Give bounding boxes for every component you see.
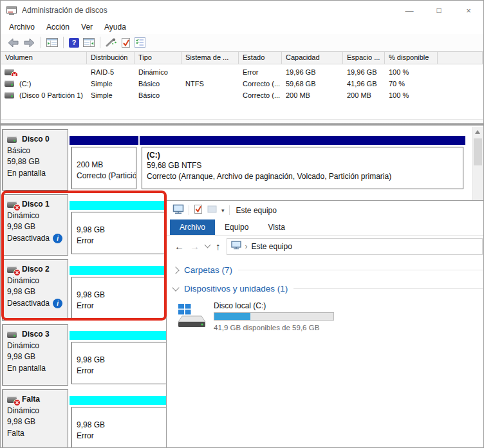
group-header-carpetas[interactable]: Carpetas (7) <box>173 265 484 275</box>
scrollbar-thumb[interactable] <box>474 138 482 165</box>
toolbar-separator <box>41 37 41 48</box>
toolbar: ? <box>1 34 483 51</box>
nav-up-button[interactable]: ↑ <box>216 241 221 251</box>
checklist-icon[interactable] <box>135 37 145 48</box>
menu-archivo[interactable]: Archivo <box>3 23 41 32</box>
forward-icon[interactable] <box>23 37 35 48</box>
group-divider <box>238 270 483 270</box>
action-pane-icon[interactable] <box>83 37 95 48</box>
menu-ver[interactable]: Ver <box>75 23 98 32</box>
computer-icon <box>172 204 184 217</box>
customize-toolbar-dropdown-icon[interactable]: ▾ <box>221 207 225 214</box>
disk-management-window: Administración de discos — □ × Archivo A… <box>0 0 484 448</box>
console-tree-icon[interactable] <box>46 37 58 48</box>
group-header-dispositivos[interactable]: Dispositivos y unidades (1) <box>173 284 484 294</box>
menu-accion[interactable]: Acción <box>41 23 75 32</box>
disk-label-disco3[interactable]: Disco 3 Dinámico 9,98 GB En pantalla <box>2 324 68 386</box>
minimize-button[interactable]: — <box>395 1 424 20</box>
properties-check-icon[interactable] <box>194 204 203 217</box>
toolbar-separator <box>100 37 100 48</box>
capacity-bar <box>214 312 334 321</box>
group-divider <box>293 288 483 289</box>
volume-icon <box>5 80 15 88</box>
file-explorer-window: ▾ Este equipo Archivo Equipo Vista ← → ↑… <box>166 200 484 448</box>
toolbar-separator <box>63 37 64 48</box>
column-header-sistema[interactable]: Sistema de ... <box>182 52 239 64</box>
check-document-icon[interactable] <box>121 37 131 48</box>
tab-vista[interactable]: Vista <box>258 219 294 235</box>
disk-icon <box>7 331 18 339</box>
error-badge-icon <box>11 71 18 76</box>
disk-missing-icon <box>7 396 18 404</box>
help-icon[interactable]: ? <box>69 38 79 48</box>
partition-color-bar <box>140 136 465 145</box>
partition-c[interactable]: (C:) 59,68 GB NTFS Correcto (Arranque, A… <box>140 129 465 191</box>
column-header-espacio[interactable]: Espacio ... <box>343 52 385 64</box>
folder-icon[interactable] <box>207 205 217 216</box>
volume-icon <box>5 91 15 99</box>
address-bar[interactable]: › Este equipo <box>227 238 483 255</box>
annotation-highlight-box <box>1 191 167 321</box>
maximize-button[interactable]: □ <box>424 1 454 20</box>
volume-error-icon <box>5 68 15 76</box>
capacity-bar-fill <box>214 313 250 320</box>
windows-drive-icon <box>176 303 207 332</box>
disk-row-disco0: Disco 0 Básico 59,88 GB En pantalla 200 … <box>2 129 465 191</box>
chevron-down-icon <box>172 284 179 291</box>
error-badge-icon <box>14 399 21 406</box>
partition-color-bar <box>70 136 138 145</box>
disk-label-falta[interactable]: Falta Dinámico 9,98 GB Falta <box>2 389 68 447</box>
disk-icon <box>7 136 18 144</box>
nav-forward-button[interactable]: → <box>190 241 200 251</box>
volume-row-disco0-particion1[interactable]: (Disco 0 Partición 1) Simple Básico Corr… <box>1 89 483 101</box>
column-header-capacidad[interactable]: Capacidad <box>282 52 343 64</box>
volume-table-header: Volumen Distribución Tipo Sistema de ...… <box>1 51 483 64</box>
tab-archivo[interactable]: Archivo <box>170 219 215 235</box>
titlebar: Administración de discos — □ × <box>1 1 483 20</box>
drive-free-space: 41,9 GB disponibles de 59,6 GB <box>214 324 319 331</box>
menu-bar: Archivo Acción Ver Ayuda <box>1 20 483 34</box>
toolbar-separator <box>189 205 189 215</box>
drive-item-c[interactable]: Disco local (C:) 41,9 GB disponibles de … <box>176 301 484 341</box>
scroll-up-icon[interactable] <box>475 130 480 134</box>
column-header-filler <box>438 52 483 64</box>
volume-row-c[interactable]: (C:) Simple Básico NTFS Correcto (... 59… <box>1 78 483 89</box>
explorer-content: Carpetas (7) Dispositivos y unidades (1) <box>167 256 484 448</box>
column-header-tipo[interactable]: Tipo <box>135 52 182 64</box>
wand-icon[interactable] <box>106 37 117 48</box>
breadcrumb-chevron: › <box>245 242 248 251</box>
window-title: Administración de discos <box>22 6 107 15</box>
disk-management-icon <box>6 6 17 15</box>
explorer-title: Este equipo <box>236 206 277 215</box>
volume-list: Volumen Distribución Tipo Sistema de ...… <box>1 51 483 120</box>
column-header-disponible[interactable]: % disponible <box>385 52 438 64</box>
chevron-right-icon <box>172 266 179 274</box>
column-header-estado[interactable]: Estado <box>239 52 282 64</box>
tab-equipo[interactable]: Equipo <box>215 219 258 235</box>
partition-efi[interactable]: 200 MB Correcto (Partición de sistema EF… <box>70 129 138 191</box>
drive-name: Disco local (C:) <box>214 301 266 310</box>
toolbar-separator <box>229 205 230 215</box>
quick-access-toolbar: ▾ Este equipo <box>167 201 484 219</box>
column-header-distribucion[interactable]: Distribución <box>87 52 135 64</box>
disk-label-disco0[interactable]: Disco 0 Básico 59,88 GB En pantalla <box>2 129 68 191</box>
navigation-bar: ← → ↑ › Este equipo <box>167 236 484 257</box>
breadcrumb-location[interactable]: Este equipo <box>252 242 292 251</box>
nav-back-button[interactable]: ← <box>174 241 184 251</box>
menu-ayuda[interactable]: Ayuda <box>98 23 132 32</box>
column-header-volumen[interactable]: Volumen <box>1 52 87 64</box>
ribbon-tabs: Archivo Equipo Vista <box>167 219 484 236</box>
volume-row-raid5[interactable]: RAID-5 Dinámico Error 19,96 GB 19,96 GB … <box>1 66 483 78</box>
close-button[interactable]: × <box>454 1 483 20</box>
nav-history-dropdown-icon[interactable] <box>205 242 211 248</box>
back-icon[interactable] <box>7 37 19 48</box>
computer-mini-icon <box>231 241 241 252</box>
